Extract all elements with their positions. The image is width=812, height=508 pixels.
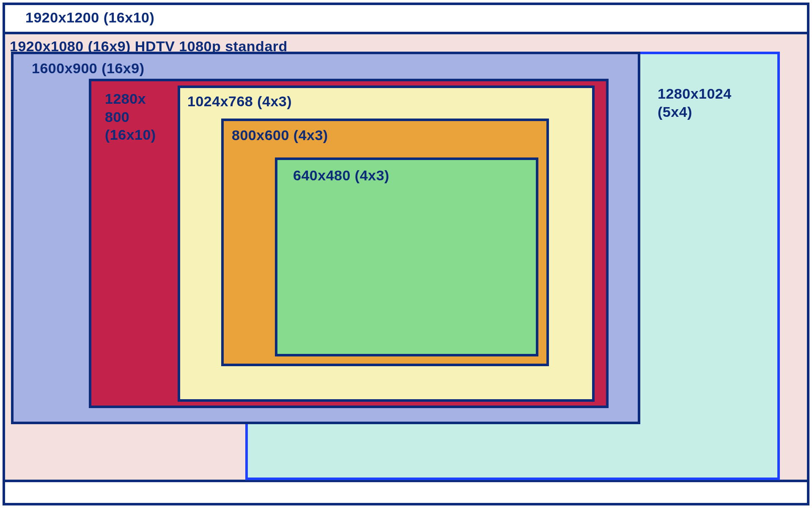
- resolution-label-1600x900: 1600x900 (16x9): [32, 59, 145, 77]
- resolution-label-800x600: 800x600 (4x3): [232, 126, 328, 144]
- resolution-box-640x480: [275, 157, 538, 356]
- resolution-label-1280x800: 1280x 800 (16x10): [105, 90, 156, 144]
- resolution-label-1280x1024: 1280x1024 (5x4): [658, 85, 732, 121]
- resolution-label-812x508: 812x508 (16x10): [25, 8, 154, 27]
- resolution-diagram: 812x508 (16x10) 1920x1080 (16x9) HDTV …: [0, 0, 812, 508]
- resolution-label-640x480: 640x480 (4x3): [293, 166, 390, 185]
- resolution-label-1024x768: 1024x768 (4x3): [187, 92, 292, 110]
